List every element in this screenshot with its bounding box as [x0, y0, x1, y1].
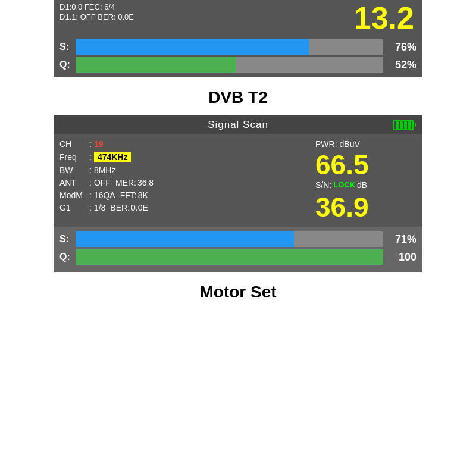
- bw-label: BW: [60, 165, 89, 175]
- g1-val: 1/8: [94, 203, 105, 212]
- bw-val: 8MHz: [94, 165, 116, 175]
- sn-label: S/N:: [315, 180, 331, 190]
- modm-colon: :: [89, 190, 92, 200]
- top-s-fill: [76, 39, 309, 55]
- top-q-fill: [76, 57, 236, 73]
- modm-val: 16QA: [94, 190, 115, 200]
- top-q-label: Q:: [60, 60, 76, 70]
- top-s-pct: 76%: [388, 41, 416, 54]
- panel-left: CH : 19 Freq : 474KHz BW : 8MHz ANT : OF…: [60, 139, 303, 222]
- mer-val: 36.8: [137, 178, 154, 187]
- bottom-q-label: Q:: [60, 252, 76, 262]
- ant-colon: :: [89, 178, 92, 187]
- bottom-q-pct: 100: [388, 251, 416, 264]
- bottom-s-label: S:: [60, 234, 76, 245]
- bottom-s-pct: 71%: [388, 233, 416, 246]
- battery-bar-3: [404, 121, 407, 129]
- top-big-number: 13.2: [354, 2, 414, 33]
- top-row2: D1.1: OFF BER: 0.0E: [60, 12, 354, 21]
- panel-header-text: Signal Scan: [208, 119, 268, 131]
- g1-row: G1 : 1/8 BER: 0.0E: [60, 203, 303, 212]
- panel-header: Signal Scan: [54, 115, 422, 134]
- panel-right: PWR: dBuV 66.5 S/N: LOCK dB 36.9: [309, 139, 416, 222]
- ch-val: 19: [94, 139, 104, 149]
- sn-unit: dB: [357, 180, 367, 190]
- modm-row: ModM : 16QA FFT: 8K: [60, 190, 303, 200]
- bottom-q-track: [76, 249, 383, 265]
- top-q-track: [76, 57, 383, 73]
- freq-row: Freq : 474KHz: [60, 152, 303, 162]
- bottom-q-fill: [76, 249, 383, 265]
- bottom-s-row: S: 71%: [60, 231, 416, 247]
- g1-label: G1: [60, 203, 89, 212]
- pwr-unit: dBuV: [340, 139, 360, 149]
- top-bar-container: S: 76% Q: 52%: [54, 37, 422, 77]
- top-q-pct: 52%: [388, 59, 416, 71]
- freq-label: Freq: [60, 152, 89, 162]
- sn-row: S/N: LOCK dB: [315, 180, 367, 190]
- bottom-bars: S: 71% Q: 100: [54, 227, 422, 272]
- ber-label: BER:: [110, 203, 130, 212]
- bottom-s-fill: [76, 231, 294, 247]
- top-s-row: S: 76%: [60, 39, 416, 55]
- motor-title: Motor Set: [199, 283, 276, 302]
- big-val1: 66.5: [315, 150, 369, 180]
- battery-bar-4: [408, 121, 411, 129]
- battery-bar-2: [400, 121, 403, 129]
- top-q-row: Q: 52%: [60, 57, 416, 73]
- top-s-track: [76, 39, 383, 55]
- battery-body: [393, 120, 414, 130]
- bw-colon: :: [89, 165, 92, 175]
- bottom-q-row: Q: 100: [60, 249, 416, 265]
- top-s-label: S:: [60, 42, 76, 52]
- ch-colon: :: [89, 139, 92, 149]
- freq-val: 474KHz: [94, 152, 131, 162]
- ant-row: ANT : OFF MER: 36.8: [60, 178, 303, 187]
- panel-body: CH : 19 Freq : 474KHz BW : 8MHz ANT : OF…: [54, 134, 422, 227]
- battery-icon: [393, 120, 416, 130]
- dvb-title: DVB T2: [208, 88, 268, 107]
- ber-val: 0.0E: [131, 203, 148, 212]
- big-val2: 36.9: [315, 192, 369, 223]
- lock-badge: LOCK: [333, 180, 355, 189]
- ant-val: OFF: [94, 178, 111, 187]
- fft-val: 8K: [138, 190, 148, 200]
- top-partial-right: 13.2: [354, 2, 416, 33]
- ch-label: CH: [60, 139, 89, 149]
- pwr-row: PWR: dBuV: [315, 139, 360, 150]
- fft-label: FFT:: [120, 190, 137, 200]
- battery-tip: [415, 123, 416, 127]
- top-row1: D1:0.0 FEC: 6/4: [60, 2, 354, 11]
- pwr-label: PWR:: [315, 139, 337, 149]
- ant-label: ANT: [60, 178, 89, 187]
- signal-panel: Signal Scan CH : 19 Freq :: [54, 115, 422, 227]
- freq-colon: :: [89, 152, 92, 162]
- bottom-s-track: [76, 231, 383, 247]
- top-partial-left: D1:0.0 FEC: 6/4 D1.1: OFF BER: 0.0E: [60, 2, 354, 33]
- mer-label: MER:: [115, 178, 136, 187]
- top-partial-panel: D1:0.0 FEC: 6/4 D1.1: OFF BER: 0.0E 13.2: [54, 0, 422, 37]
- bw-row: BW : 8MHz: [60, 165, 303, 175]
- g1-colon: :: [89, 203, 92, 212]
- battery-bar-1: [396, 121, 399, 129]
- ch-row: CH : 19: [60, 139, 303, 149]
- modm-label: ModM: [60, 190, 89, 200]
